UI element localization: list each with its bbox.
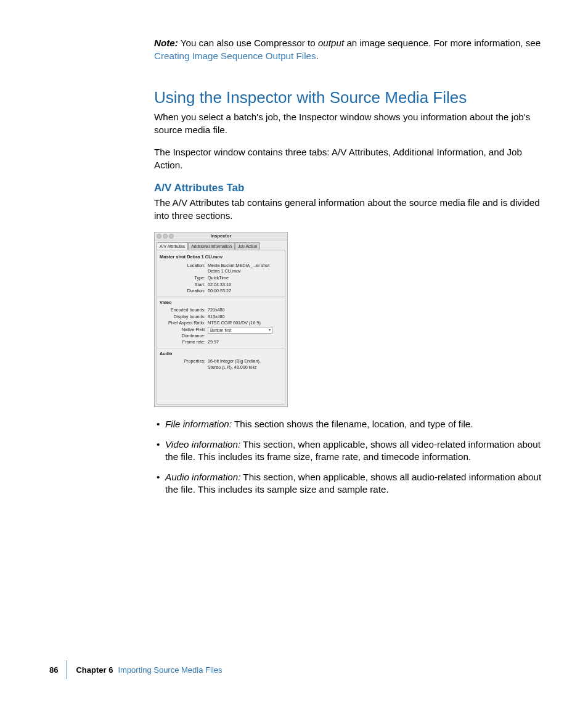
chapter-title: Importing Source Media Files bbox=[118, 665, 222, 675]
frame-rate-label: Frame rate: bbox=[160, 339, 208, 345]
inspector-titlebar: Inspector bbox=[155, 232, 287, 240]
audio-properties-label: Properties: bbox=[160, 358, 208, 370]
note-paragraph: Note: You can also use Compressor to out… bbox=[154, 37, 549, 62]
note-link[interactable]: Creating Image Sequence Output Files bbox=[154, 51, 316, 61]
audio-section-label: Audio bbox=[160, 351, 282, 357]
note-text-post: an image sequence. For more information,… bbox=[344, 38, 541, 48]
display-bounds-value: 813x480 bbox=[208, 314, 282, 320]
file-duration-label: Duration: bbox=[160, 288, 208, 294]
intro-para-2: The Inspector window contains three tabs… bbox=[154, 146, 549, 171]
note-end: . bbox=[316, 51, 319, 61]
encoded-bounds-value: 720x480 bbox=[208, 307, 282, 313]
tab-av-attributes[interactable]: A/V Attributes bbox=[157, 242, 188, 250]
bullet-list: File information: This section shows the… bbox=[154, 418, 549, 496]
subsection-para: The A/V Attributes tab contains general … bbox=[154, 197, 549, 222]
encoded-bounds-label: Encoded bounds: bbox=[160, 307, 208, 313]
file-start-value: 02:04:33:16 bbox=[208, 282, 282, 288]
file-location-label: Location: bbox=[160, 263, 208, 274]
file-type-label: Type: bbox=[160, 275, 208, 281]
field-dominance-dropdown[interactable]: Bottom first bbox=[208, 327, 272, 334]
field-dominance-label: Native Field Dominance: bbox=[160, 327, 208, 339]
inspector-window-figure: Inspector A/V Attributes Additional Info… bbox=[154, 232, 288, 407]
note-emphasis: output bbox=[318, 38, 344, 48]
file-location-value: Media Bucket:MEDIA_...er shot Debra 1 CU… bbox=[208, 263, 282, 274]
inspector-tabs: A/V Attributes Additional Information Jo… bbox=[155, 240, 287, 250]
list-item: Audio information: This section, when ap… bbox=[154, 471, 549, 496]
note-label: Note: bbox=[154, 38, 178, 48]
list-item: Video information: This section, when ap… bbox=[154, 438, 549, 464]
window-traffic-lights bbox=[157, 234, 174, 239]
bullet-label: Video information: bbox=[165, 439, 240, 449]
subsection-heading: A/V Attributes Tab bbox=[154, 181, 549, 195]
video-section-label: Video bbox=[160, 300, 282, 306]
bullet-label: Audio information: bbox=[165, 472, 240, 482]
inspector-filename: Master shot Debra 1 CU.mov bbox=[160, 254, 282, 260]
footer-separator bbox=[67, 660, 67, 679]
chapter-label: Chapter 6 bbox=[76, 665, 118, 675]
tab-job-action[interactable]: Job Action bbox=[235, 242, 260, 250]
section-heading: Using the Inspector with Source Media Fi… bbox=[154, 87, 549, 109]
file-start-label: Start: bbox=[160, 282, 208, 288]
pixel-aspect-label: Pixel Aspect Ratio: bbox=[160, 320, 208, 326]
file-duration-value: 00:00:53:22 bbox=[208, 288, 282, 294]
tab-additional-information[interactable]: Additional Information bbox=[188, 242, 235, 250]
inspector-panel: Master shot Debra 1 CU.mov Location:Medi… bbox=[157, 250, 285, 404]
bullet-label: File information: bbox=[165, 419, 232, 429]
list-item: File information: This section shows the… bbox=[154, 418, 549, 431]
note-text-pre: You can also use Compressor to bbox=[178, 38, 318, 48]
inspector-title: Inspector bbox=[211, 233, 232, 239]
intro-para-1: When you select a batch's job, the Inspe… bbox=[154, 111, 549, 136]
file-type-value: QuickTime bbox=[208, 275, 282, 281]
bullet-text: This section shows the filename, locatio… bbox=[232, 419, 473, 429]
frame-rate-value: 29.97 bbox=[208, 339, 282, 345]
pixel-aspect-value: NTSC CCIR 601/DV (16:9) bbox=[208, 320, 282, 326]
audio-properties-value: 16-bit Integer (Big Endian),Stereo (L R)… bbox=[208, 358, 282, 370]
page-number: 86 bbox=[49, 665, 67, 675]
page-footer: 86 Chapter 6 Importing Source Media File… bbox=[49, 664, 223, 675]
display-bounds-label: Display bounds: bbox=[160, 314, 208, 320]
